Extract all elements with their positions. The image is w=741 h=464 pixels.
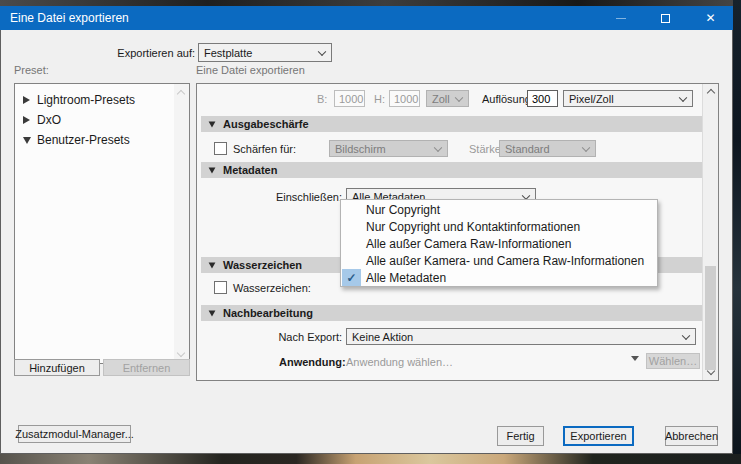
expanded-triangle-icon (209, 121, 216, 127)
option-label: Nur Copyright und Kontaktinformationen (366, 220, 580, 234)
expanded-triangle-icon (209, 310, 216, 316)
resolution-field[interactable]: 300 (527, 90, 558, 107)
height-field: 1000 (389, 90, 420, 107)
application-choose-button: Wählen… (646, 353, 700, 369)
sharpen-checkbox-label: Schärfen für: (233, 143, 296, 155)
watermark-checkbox-label: Wasserzeichen: (233, 282, 311, 294)
close-button[interactable]: ✕ (688, 6, 733, 30)
section-header-metadata[interactable]: Metadaten (201, 162, 703, 178)
plugin-manager-button[interactable]: Zusatzmodul-Manager... (18, 425, 131, 443)
after-export-label: Nach Export: (257, 331, 342, 343)
tree-item-label: Lightroom-Presets (37, 93, 135, 107)
tree-item-label: DxO (37, 113, 61, 127)
remove-preset-button: Entfernen (103, 359, 190, 376)
cancel-button[interactable]: Abbrechen (665, 426, 718, 446)
collapsed-triangle-icon[interactable] (23, 116, 37, 124)
minimize-icon (616, 18, 626, 19)
minimize-button[interactable] (598, 6, 643, 30)
tree-item-lightroom-presets[interactable]: Lightroom-Presets (15, 90, 173, 110)
metadata-include-label: Einschließen: (257, 191, 342, 203)
scroll-up-icon (177, 90, 185, 98)
scrollbar-thumb[interactable] (705, 266, 716, 370)
checkmark-icon: ✓ (342, 269, 361, 286)
dropdown-option-alle-metadaten[interactable]: ✓ Alle Metadaten (341, 269, 657, 286)
tree-item-label: Benutzer-Presets (37, 133, 130, 147)
section-title: Metadaten (223, 164, 277, 176)
scroll-down-icon (177, 349, 185, 357)
tree-item-dxo[interactable]: DxO (15, 110, 173, 130)
export-button[interactable]: Exportieren (563, 426, 634, 446)
expanded-triangle-icon (209, 262, 216, 268)
chevron-down-icon (682, 331, 690, 339)
dropdown-option-ausser-kamera-camera-raw[interactable]: Alle außer Kamera- und Camera Raw-Inform… (341, 252, 657, 269)
chevron-down-icon (582, 143, 590, 151)
preset-tree-scrollbar[interactable] (174, 84, 189, 363)
chevron-down-icon (318, 47, 326, 55)
section-header-sharpening[interactable]: Ausgabeschärfe (201, 116, 703, 132)
dropdown-option-ausser-camera-raw[interactable]: Alle außer Camera Raw-Informationen (341, 235, 657, 252)
dialog-title: Eine Datei exportieren (0, 11, 598, 25)
chevron-down-icon (455, 93, 463, 101)
background-photo-right (733, 0, 741, 464)
option-label: Alle außer Camera Raw-Informationen (366, 237, 571, 251)
width-label: B: (317, 93, 327, 105)
application-placeholder: Anwendung wählen… (346, 356, 453, 368)
preset-label: Preset: (14, 64, 49, 76)
watermark-checkbox[interactable] (214, 281, 227, 294)
title-bar[interactable]: Eine Datei exportieren ✕ (0, 6, 733, 30)
size-unit-value: Zoll (432, 93, 450, 105)
dropdown-option-nur-copyright[interactable]: Nur Copyright (341, 201, 657, 218)
option-label: Alle außer Kamera- und Camera Raw-Inform… (366, 254, 644, 268)
export-to-value: Festplatte (204, 47, 252, 59)
add-preset-button[interactable]: Hinzufügen (14, 359, 100, 376)
size-unit-dropdown: Zoll (426, 90, 469, 107)
tree-item-benutzer-presets[interactable]: Benutzer-Presets (15, 130, 173, 150)
sharpen-amount-value: Standard (505, 143, 550, 155)
chevron-down-icon (679, 93, 687, 101)
sharpen-target-dropdown: Bildschirm (329, 140, 448, 157)
window-controls: ✕ (598, 6, 733, 30)
application-label: Anwendung: (279, 356, 341, 368)
settings-panel-label: Eine Datei exportieren (196, 64, 305, 76)
close-icon: ✕ (705, 12, 715, 24)
sharpen-target-value: Bildschirm (335, 143, 386, 155)
section-header-post-processing[interactable]: Nachbearbeitung (201, 305, 703, 321)
preset-tree: Lightroom-Presets DxO Benutzer-Presets (14, 83, 190, 364)
resolution-unit-value: Pixel/Zoll (569, 93, 614, 105)
scroll-up-icon[interactable] (707, 89, 715, 97)
option-label: Nur Copyright (366, 203, 440, 217)
background-photo-bottom (0, 454, 741, 464)
after-export-dropdown[interactable]: Keine Aktion (346, 328, 696, 345)
after-export-value: Keine Aktion (352, 331, 413, 343)
maximize-button[interactable] (643, 6, 688, 30)
expanded-triangle-icon (209, 167, 216, 173)
export-to-dropdown[interactable]: Festplatte (198, 43, 332, 62)
height-label: H: (374, 93, 385, 105)
width-field: 1000 (334, 90, 365, 107)
section-title: Nachbearbeitung (223, 307, 313, 319)
settings-scrollbar[interactable] (702, 84, 718, 380)
done-button[interactable]: Fertig (497, 426, 544, 446)
export-to-label: Exportieren auf: (90, 47, 195, 59)
expanded-triangle-icon[interactable] (23, 137, 37, 144)
sharpen-amount-dropdown: Standard (499, 140, 596, 157)
maximize-icon (661, 14, 670, 23)
screen: Eine Datei exportieren ✕ Exportieren auf… (0, 0, 741, 464)
metadata-dropdown-popup: Nur Copyright Nur Copyright und Kontakti… (340, 199, 658, 287)
option-label: Alle Metadaten (366, 271, 446, 285)
resolution-unit-dropdown[interactable]: Pixel/Zoll (563, 90, 693, 107)
collapsed-triangle-icon[interactable] (23, 96, 37, 104)
section-title: Wasserzeichen (223, 259, 302, 271)
section-title: Ausgabeschärfe (223, 118, 309, 130)
application-dropdown-arrow-icon[interactable] (631, 356, 639, 361)
sharpen-checkbox[interactable] (214, 142, 227, 155)
dropdown-option-copyright-kontakt[interactable]: Nur Copyright und Kontaktinformationen (341, 218, 657, 235)
chevron-down-icon (434, 143, 442, 151)
